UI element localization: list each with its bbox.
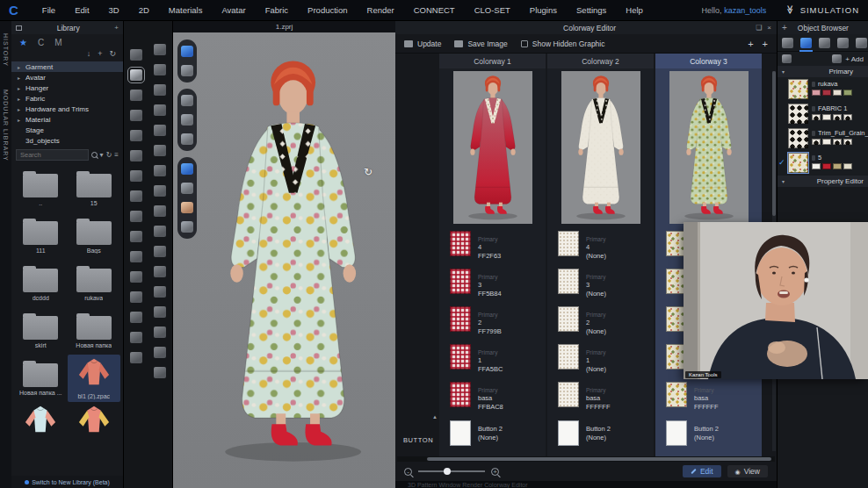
side-tab-modular-library[interactable]: MODULAR LIBRARY — [3, 90, 9, 161]
view-button[interactable]: ◉View — [727, 465, 768, 477]
expand-arrow-icon[interactable]: ▸ — [18, 75, 22, 81]
expand-arrow-icon[interactable]: ▸ — [18, 64, 22, 70]
menu-item-render[interactable]: Render — [358, 5, 404, 15]
zoom-slider[interactable] — [418, 470, 485, 472]
fabric-swatch[interactable] — [558, 269, 579, 294]
download-icon[interactable]: ↓ — [87, 49, 91, 58]
fabric-thumbnail[interactable] — [788, 79, 808, 99]
colorway-chip[interactable] — [812, 114, 821, 120]
colorway-chip[interactable] — [812, 139, 821, 145]
fabric-item-5[interactable]: ✓5 — [778, 151, 868, 176]
fabric-swatch[interactable] — [558, 306, 579, 332]
tool-icon-pose-8[interactable] — [154, 205, 166, 217]
expand-arrow-icon[interactable]: ▸ — [18, 85, 22, 91]
menu-item-plugins[interactable]: Plugins — [520, 5, 567, 15]
fabric-swatch[interactable] — [450, 382, 471, 407]
scene-list-tab-icon[interactable] — [782, 38, 793, 48]
tool-icon-swatch-2[interactable] — [154, 286, 166, 298]
colorway-chip[interactable] — [843, 163, 852, 169]
update-button[interactable]: Update — [404, 39, 441, 48]
tool-icon-hat[interactable] — [130, 332, 142, 343]
tree-item-stage[interactable]: Stage — [11, 125, 123, 135]
tool-icon-pose-1[interactable] — [154, 64, 166, 75]
menu-item-materials[interactable]: Materials — [159, 5, 213, 15]
tool-icon-pattern-2[interactable] — [154, 327, 166, 338]
tool-icon-accessory[interactable] — [130, 352, 142, 363]
colorway-chip[interactable] — [833, 90, 842, 96]
fabric-mode-icon[interactable] — [181, 163, 193, 175]
menu-item-help[interactable]: Help — [616, 5, 653, 15]
folder-Новая папка ...[interactable]: Новая папка ... — [14, 355, 68, 402]
folder-..[interactable]: .. — [14, 165, 68, 212]
folder-Новая папка[interactable]: Новая папка — [68, 307, 121, 355]
dock-add-icon[interactable]: + — [782, 23, 787, 32]
fabric-swatch[interactable] — [450, 306, 471, 332]
zoom-slider-handle[interactable] — [444, 468, 451, 475]
folder-15[interactable]: 15 — [68, 165, 121, 212]
colorway-chip[interactable] — [833, 139, 842, 145]
pin-mode-icon[interactable] — [181, 114, 193, 126]
save-image-button[interactable]: Save Image — [454, 39, 507, 48]
colorway-thumbnail[interactable] — [655, 68, 762, 227]
colorway-column-header[interactable]: Colorway 2 — [547, 54, 654, 68]
menu-item-connect[interactable]: CONNECT — [404, 5, 465, 15]
tool-icon-avatar[interactable] — [130, 130, 142, 141]
tree-item-hardware-and-trims[interactable]: ▸Hardware and Trims — [11, 104, 123, 114]
tool-icon-fold[interactable] — [130, 211, 142, 222]
clo-logo-icon[interactable]: C — [9, 4, 18, 17]
avatar-3d[interactable] — [186, 45, 395, 477]
tool-icon-skirt[interactable] — [130, 291, 142, 303]
menu-item-file[interactable]: File — [33, 5, 65, 15]
refresh-icon[interactable]: ↻ — [109, 49, 116, 58]
clo-library-icon[interactable]: C — [38, 38, 44, 47]
colorway-chip[interactable] — [822, 139, 831, 145]
zoom-out-icon[interactable]: - — [404, 468, 412, 476]
folder-skirt[interactable]: skirt — [14, 307, 68, 355]
button-swatch[interactable] — [666, 420, 687, 446]
folder-111[interactable]: 111 — [14, 212, 68, 260]
fabric-item-fabric-1[interactable]: FABRIC 1 — [778, 102, 868, 126]
menu-item-2d[interactable]: 2D — [129, 5, 159, 15]
show-hidden-graphic-checkbox[interactable]: Show Hidden Graphic — [521, 39, 605, 48]
menu-item-clo-set[interactable]: CLO-SET — [465, 5, 520, 15]
colorway-chip[interactable] — [833, 163, 842, 169]
tool-icon-transform[interactable] — [130, 69, 142, 81]
fabric-swatch[interactable] — [450, 344, 471, 370]
md-library-icon[interactable]: M — [54, 38, 61, 47]
globe-mode-icon[interactable] — [181, 221, 193, 233]
menu-item-fabric[interactable]: Fabric — [256, 5, 298, 15]
search-input[interactable] — [16, 149, 89, 161]
fabric-thumbnail[interactable] — [788, 128, 808, 148]
side-tab-history[interactable]: HISTORY — [3, 33, 9, 67]
colorway-chip[interactable] — [822, 90, 831, 96]
tool-icon-kettle[interactable] — [130, 190, 142, 202]
tree-item-avatar[interactable]: ▸Avatar — [11, 72, 123, 83]
file-thumb[interactable] — [68, 402, 121, 449]
reload-icon[interactable]: ↻ — [106, 151, 112, 159]
fabric-swatch[interactable] — [450, 231, 471, 256]
colorway-chip[interactable] — [843, 114, 852, 120]
view-list-icon[interactable]: ≡ — [114, 151, 119, 159]
tool-icon-sewing-machine[interactable] — [130, 150, 142, 161]
tool-icon-pose-5[interactable] — [154, 145, 166, 156]
tool-icon-texture-2[interactable] — [154, 246, 166, 257]
add-icon[interactable]: + — [98, 49, 102, 58]
tool-icon-pose-6[interactable] — [154, 165, 166, 176]
viewport-canvas[interactable]: ↻ — [173, 32, 395, 488]
tree-item-material[interactable]: ▸Material — [11, 114, 123, 125]
fabric-swatch[interactable] — [558, 231, 579, 256]
tool-icon-pose-7[interactable] — [154, 185, 166, 197]
add-folder-icon[interactable] — [832, 54, 842, 63]
tool-icon-run-pose[interactable] — [154, 44, 166, 55]
search-filter-caret-icon[interactable]: ▾ — [100, 151, 104, 159]
colorway-chip[interactable] — [822, 114, 831, 120]
clone-colorway-button[interactable]: + — [763, 39, 768, 49]
tool-icon-tops[interactable] — [130, 231, 142, 242]
fabric-thumbnail[interactable] — [788, 153, 808, 173]
colorway-chip[interactable] — [833, 114, 842, 120]
tool-icon-trim-2[interactable] — [154, 367, 166, 378]
tool-icon-trim[interactable] — [154, 347, 166, 358]
menu-item-settings[interactable]: Settings — [567, 5, 616, 15]
favorites-star-icon[interactable]: ★ — [19, 38, 27, 47]
face-mode-icon[interactable] — [181, 202, 193, 213]
